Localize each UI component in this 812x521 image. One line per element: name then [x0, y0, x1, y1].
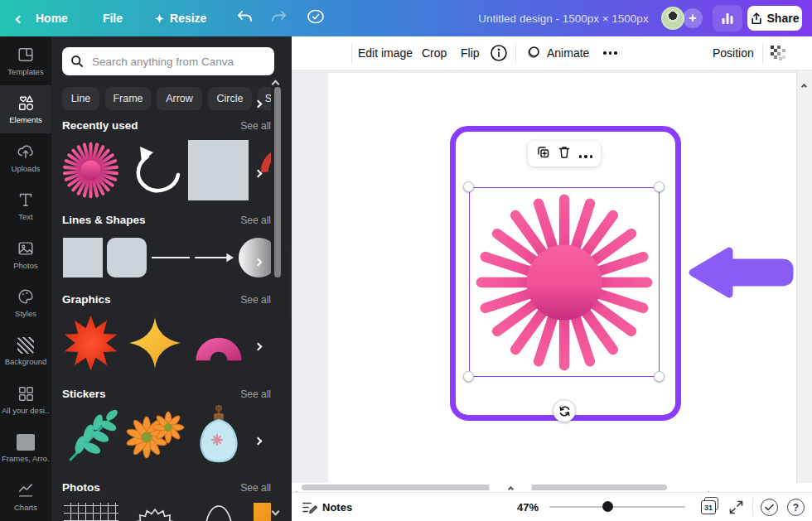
- sticker-ornament-thumb[interactable]: [188, 404, 249, 470]
- back-icon[interactable]: [17, 11, 22, 26]
- resize-handle-bottom-right[interactable]: [654, 371, 665, 382]
- saved-status-button[interactable]: [761, 499, 778, 516]
- zoom-slider-thumb[interactable]: [602, 501, 613, 512]
- avatar[interactable]: [661, 7, 684, 30]
- statusbar-divider: [752, 498, 753, 516]
- sidebar-item-frames-arrows[interactable]: Frames, Arro...: [0, 424, 51, 473]
- recent-starburst-thumb[interactable]: [60, 137, 121, 203]
- yellow-sparkle-graphic: [128, 316, 182, 370]
- stickers-row: ND ND ND: [51, 404, 271, 470]
- transparency-button[interactable]: [771, 36, 785, 70]
- line-graphic: [152, 257, 190, 258]
- see-all-link[interactable]: See all: [240, 388, 271, 400]
- position-button[interactable]: Position: [713, 36, 754, 70]
- file-menu[interactable]: File: [103, 12, 123, 25]
- horizontal-scrollbar-thumb[interactable]: [302, 485, 667, 490]
- chip-circle[interactable]: Circle: [208, 87, 252, 110]
- sidebar-item-background[interactable]: Background: [0, 327, 51, 376]
- section-recently-used: Recently used See all: [62, 119, 271, 132]
- photo-spiky-thumb[interactable]: [124, 503, 185, 521]
- help-button[interactable]: ?: [787, 499, 805, 516]
- fullscreen-button[interactable]: [729, 500, 743, 514]
- zoom-slider-track[interactable]: [549, 506, 685, 508]
- graphics-scroll-right-icon[interactable]: [255, 338, 261, 353]
- elements-icon: [17, 94, 35, 112]
- frames-thumbnail-icon: [17, 434, 35, 451]
- sticker-flower-thumb[interactable]: [124, 404, 185, 470]
- canvas-vertical-scrollbar[interactable]: [796, 70, 812, 483]
- undo-button[interactable]: [236, 9, 253, 27]
- sticker-leaf-thumb[interactable]: [60, 404, 121, 470]
- photo-grid-thumb[interactable]: [60, 501, 121, 521]
- resize-handle-bottom-left[interactable]: [463, 371, 474, 382]
- sidebar-rail: Templates Elements Uploads Text: [0, 36, 51, 521]
- cloud-saved-button[interactable]: [306, 8, 326, 28]
- panel-scroll-down-icon[interactable]: [273, 503, 278, 518]
- section-lines-shapes: Lines & Shapes See all: [62, 214, 271, 226]
- more-options-button[interactable]: [603, 36, 617, 70]
- redo-button[interactable]: [271, 9, 288, 27]
- flip-button[interactable]: Flip: [461, 36, 480, 70]
- stickers-scroll-right-icon[interactable]: [255, 432, 261, 447]
- rotate-handle[interactable]: [553, 399, 576, 422]
- photo-oval-thumb[interactable]: [188, 502, 249, 521]
- zoom-level[interactable]: 47%: [505, 501, 539, 514]
- sidebar-item-photos[interactable]: Photos: [0, 230, 51, 279]
- panel-scrollbar-thumb[interactable]: [274, 87, 281, 277]
- sidebar-item-text[interactable]: Text: [0, 182, 51, 231]
- shape-line-thumb[interactable]: [151, 234, 191, 282]
- recent-scroll-right-icon[interactable]: [255, 165, 261, 180]
- selection-box: [469, 187, 660, 377]
- edit-image-button[interactable]: Edit image: [358, 36, 413, 70]
- canvas-horizontal-scrollbar[interactable]: [292, 483, 796, 492]
- shapes-scroll-right-icon[interactable]: [255, 253, 261, 268]
- toolbar-divider: [515, 44, 516, 63]
- chip-frame[interactable]: Frame: [105, 87, 151, 110]
- charts-icon: [17, 481, 35, 499]
- more-icon: [579, 155, 593, 158]
- shape-square-thumb[interactable]: [63, 238, 103, 277]
- photo-orange-thumb[interactable]: [252, 501, 271, 521]
- chips-scroll-right-icon[interactable]: [255, 95, 261, 110]
- sidebar-item-all-your-designs[interactable]: All your desi...: [0, 376, 51, 425]
- shape-arrow-thumb[interactable]: [195, 234, 234, 282]
- shape-rounded-square-thumb[interactable]: [107, 238, 147, 277]
- scroll-up-icon[interactable]: [802, 77, 806, 92]
- see-all-link[interactable]: See all: [240, 482, 271, 494]
- info-button[interactable]: [490, 36, 508, 70]
- sidebar-item-uploads[interactable]: Uploads: [0, 133, 51, 182]
- graphic-red-star-thumb[interactable]: [60, 310, 121, 376]
- resize-button[interactable]: Resize: [154, 12, 206, 25]
- resize-handle-top-right[interactable]: [654, 181, 665, 192]
- sidebar-item-charts[interactable]: Charts: [0, 473, 51, 521]
- share-button[interactable]: Share: [747, 6, 802, 31]
- sidebar-item-styles[interactable]: Styles: [0, 279, 51, 328]
- see-all-link[interactable]: See all: [240, 215, 271, 226]
- see-all-link[interactable]: See all: [240, 120, 271, 132]
- see-all-link[interactable]: See all: [240, 294, 271, 306]
- add-member-button[interactable]: +: [683, 8, 703, 28]
- info-icon: [490, 44, 508, 62]
- delete-button[interactable]: [558, 145, 571, 162]
- recent-curved-arrow-thumb[interactable]: [124, 137, 185, 203]
- sidebar-item-elements[interactable]: Elements: [0, 85, 51, 134]
- selection-more-button[interactable]: [579, 147, 593, 162]
- animate-icon: [524, 45, 541, 61]
- insights-button[interactable]: [713, 5, 742, 31]
- sidebar-item-templates[interactable]: Templates: [0, 36, 51, 85]
- chip-line[interactable]: Line: [62, 87, 99, 110]
- animate-button[interactable]: Animate: [524, 36, 589, 70]
- graphic-sparkle-thumb[interactable]: [124, 310, 185, 376]
- search-input[interactable]: [90, 55, 266, 69]
- recent-square-thumb[interactable]: [188, 140, 249, 200]
- home-button[interactable]: Home: [36, 12, 68, 25]
- crop-button[interactable]: Crop: [422, 36, 447, 70]
- purple-arrow-element[interactable]: [686, 245, 795, 300]
- notes-button[interactable]: Notes: [322, 501, 352, 514]
- graphic-arch-thumb[interactable]: [188, 310, 249, 376]
- search-bar[interactable]: [62, 47, 274, 75]
- chip-arrow[interactable]: Arrow: [157, 87, 202, 110]
- duplicate-button[interactable]: [536, 145, 550, 162]
- pages-view-button[interactable]: 31: [701, 499, 718, 514]
- resize-handle-top-left[interactable]: [463, 181, 474, 192]
